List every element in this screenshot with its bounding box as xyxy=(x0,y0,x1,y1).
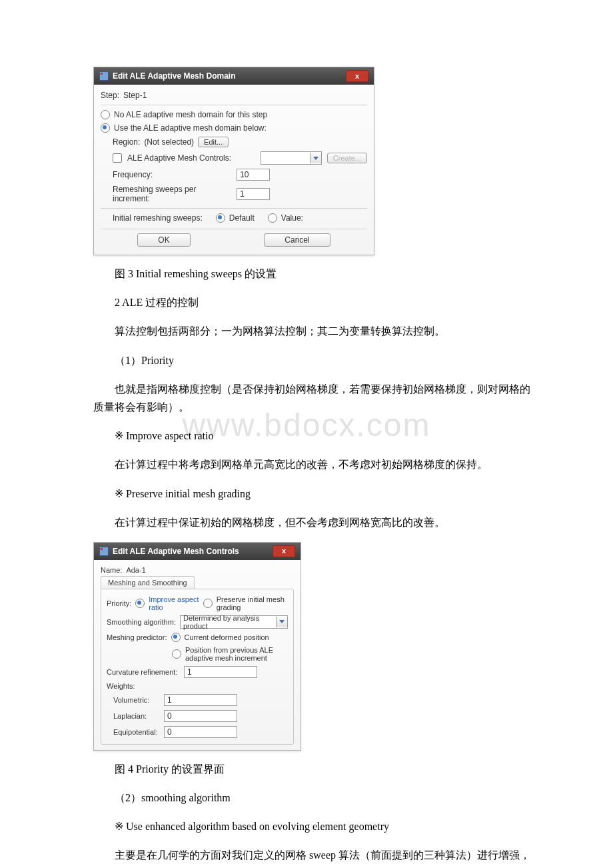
use-domain-label: Use the ALE adaptive mesh domain below: xyxy=(114,123,267,133)
weights-label: Weights: xyxy=(107,682,135,690)
close-icon[interactable]: x xyxy=(346,70,368,82)
smoothing-dropdown[interactable]: Determined by analysis product xyxy=(180,615,288,629)
figure-4-caption: 图 4 Priority 的设置界面 xyxy=(93,760,533,778)
radio-previous-increment[interactable] xyxy=(172,649,181,659)
smoothing-value: Determined by analysis product xyxy=(181,614,276,630)
name-label: Name: xyxy=(101,566,122,574)
close-icon[interactable]: x xyxy=(273,545,295,557)
paragraph: （2）smoothing algorithm xyxy=(93,789,533,807)
radio-use-domain[interactable] xyxy=(101,123,110,133)
app-icon xyxy=(99,71,109,81)
sweeps-label: Remeshing sweeps per increment: xyxy=(113,185,233,203)
previous-increment-label: Position from previous ALE adaptive mesh… xyxy=(185,646,288,662)
controls-dropdown[interactable] xyxy=(261,151,322,165)
priority-label: Priority: xyxy=(107,599,131,607)
value-label: Value: xyxy=(281,213,303,223)
paragraph: 在计算过程中将考虑到网格单元高宽比的改善，不考虑对初始网格梯度的保持。 xyxy=(93,455,533,473)
laplacian-label: Laplacian: xyxy=(113,712,160,720)
paragraph: ※ Use enhanced algorithm based on evolvi… xyxy=(93,817,533,835)
controls-checkbox[interactable] xyxy=(113,153,122,163)
equipotential-input[interactable]: 0 xyxy=(164,726,237,738)
volumetric-input[interactable]: 1 xyxy=(164,694,237,706)
chevron-down-icon xyxy=(276,617,287,627)
predictor-label: Meshing predictor: xyxy=(107,633,167,641)
no-domain-label: No ALE adaptive mesh domain for this ste… xyxy=(114,110,267,119)
frequency-input[interactable]: 10 xyxy=(237,169,270,181)
region-label: Region: xyxy=(113,137,140,147)
paragraph: 在计算过程中保证初始的网格梯度，但不会考虑到网格宽高比的改善。 xyxy=(93,513,533,531)
improve-aspect-label: Improve aspect ratio xyxy=(149,595,199,611)
equipotential-label: Equipotential: xyxy=(113,728,160,736)
controls-label: ALE Adaptive Mesh Controls: xyxy=(127,153,231,163)
paragraph: ※ Preserve initial mesh grading xyxy=(93,485,533,503)
preserve-grading-label: Preserve initial mesh grading xyxy=(217,595,288,611)
paragraph-heading-2: 2 ALE 过程的控制 xyxy=(93,293,533,311)
paragraph: ※ Improve aspect ratio xyxy=(93,427,533,445)
default-label: Default xyxy=(229,213,255,223)
volumetric-label: Volumetric: xyxy=(113,696,160,704)
cancel-button[interactable]: Cancel xyxy=(264,233,330,247)
radio-improve-aspect[interactable] xyxy=(135,599,145,608)
current-position-label: Current deformed position xyxy=(185,633,269,641)
step-label: Step: xyxy=(101,91,119,100)
name-value: Ada-1 xyxy=(126,566,145,574)
step-value: Step-1 xyxy=(123,91,147,100)
radio-no-domain[interactable] xyxy=(101,110,110,119)
dialog-titlebar: Edit ALE Adaptive Mesh Domain x xyxy=(94,67,374,85)
curvature-input[interactable]: 1 xyxy=(184,666,257,678)
dialog-title-text: Edit ALE Adaptive Mesh Controls xyxy=(113,547,239,556)
radio-preserve-grading[interactable] xyxy=(203,599,213,608)
ale-domain-dialog: Edit ALE Adaptive Mesh Domain x Step: St… xyxy=(93,67,374,255)
curvature-label: Curvature refinement: xyxy=(107,668,180,676)
radio-current-position[interactable] xyxy=(171,633,181,642)
frequency-label: Frequency: xyxy=(113,170,233,179)
sweeps-input[interactable]: 1 xyxy=(237,188,270,200)
paragraph: 算法控制包括两部分；一为网格算法控制；其二为变量转换算法控制。 xyxy=(93,322,533,340)
radio-value[interactable] xyxy=(268,213,277,223)
ale-controls-dialog: Edit ALE Adaptive Mesh Controls x Name: … xyxy=(93,542,301,751)
paragraph: 也就是指网格梯度控制（是否保持初始网格梯度，若需要保持初始网格梯度，则对网格的质… xyxy=(93,380,533,416)
radio-default[interactable] xyxy=(216,213,225,223)
edit-region-button[interactable]: Edit... xyxy=(198,137,229,147)
paragraph: （1）Priority xyxy=(93,351,533,369)
paragraph: 主要是在几何学的方面对我们定义的网格 sweep 算法（前面提到的三种算法）进行… xyxy=(93,846,533,868)
create-button[interactable]: Create... xyxy=(327,153,367,163)
ok-button[interactable]: OK xyxy=(137,233,190,247)
dialog-titlebar: Edit ALE Adaptive Mesh Controls x xyxy=(94,543,301,560)
chevron-down-icon xyxy=(310,153,321,163)
region-value: (Not selected) xyxy=(144,137,194,147)
laplacian-input[interactable]: 0 xyxy=(164,710,237,722)
smoothing-label: Smoothing algorithm: xyxy=(107,618,176,626)
tab-meshing-smoothing[interactable]: Meshing and Smoothing xyxy=(101,576,195,589)
dialog-title-text: Edit ALE Adaptive Mesh Domain xyxy=(113,71,235,81)
figure-3-caption: 图 3 Initial remeshing sweeps 的设置 xyxy=(93,265,533,283)
init-sweeps-label: Initial remeshing sweeps: xyxy=(113,213,203,223)
app-icon xyxy=(99,547,109,556)
step-row: Step: Step-1 xyxy=(101,89,367,102)
